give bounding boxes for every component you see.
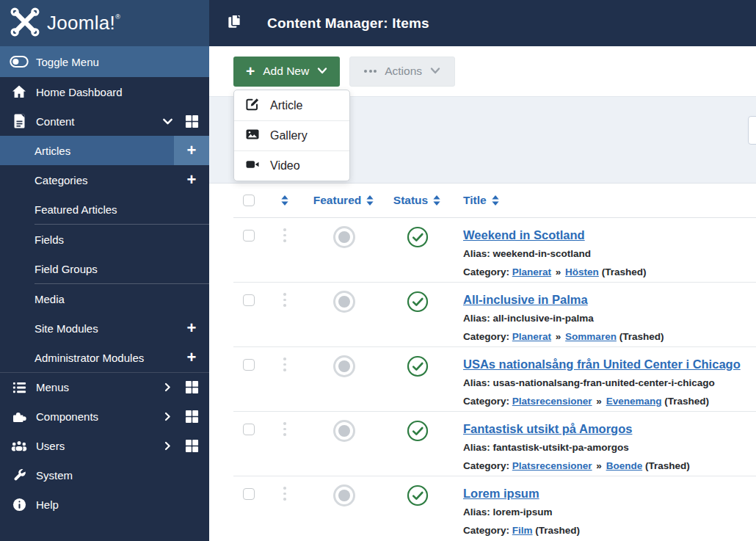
sidebar-item-label: Menus xyxy=(36,381,155,393)
content-dashboard-grid-icon[interactable] xyxy=(184,115,199,128)
sidebar-item-featured-articles[interactable]: Featured Articles xyxy=(0,195,209,224)
sidebar-item-help[interactable]: Help xyxy=(0,490,209,519)
row-checkbox[interactable] xyxy=(243,488,255,500)
sidebar-item-users[interactable]: Users xyxy=(0,431,209,460)
add-article-plus-button[interactable]: + xyxy=(174,136,209,165)
trashed-label: (Trashed) xyxy=(645,460,690,471)
select-all-checkbox[interactable] xyxy=(243,195,255,206)
sidebar-item-label: Home Dashboard xyxy=(36,86,199,98)
add-plus-icon: + xyxy=(246,63,255,79)
column-header-ordering[interactable] xyxy=(264,195,305,206)
unfeatured-toggle-icon[interactable] xyxy=(333,484,355,506)
category-child-link[interactable]: Hösten xyxy=(565,266,599,277)
table-row: All-inclusive in Palma Alias: all-inclus… xyxy=(233,283,756,347)
article-alias: Alias: usas-nationalsang-fran-united-cen… xyxy=(463,376,749,391)
menu-item-gallery[interactable]: Gallery xyxy=(234,120,349,150)
caret-down-icon xyxy=(430,65,440,78)
status-published-icon[interactable] xyxy=(382,412,452,476)
menus-list-icon xyxy=(10,381,29,394)
status-published-icon[interactable] xyxy=(382,347,452,411)
menu-item-label: Gallery xyxy=(270,129,308,142)
sidebar-nav: Toggle Menu Home Dashboard Content xyxy=(0,46,209,519)
menus-dashboard-grid-icon[interactable] xyxy=(184,380,199,394)
menu-item-video[interactable]: Video xyxy=(234,150,349,181)
select-all-cell xyxy=(233,195,264,206)
filter-search-box xyxy=(748,116,756,145)
sidebar-item-site-modules[interactable]: Site Modules + xyxy=(0,313,209,343)
column-header-status[interactable]: Status xyxy=(382,194,452,207)
article-title-link[interactable]: Weekend in Scotland xyxy=(463,228,585,243)
add-admin-module-plus-button[interactable]: + xyxy=(184,349,199,366)
row-checkbox[interactable] xyxy=(243,359,255,371)
column-header-title[interactable]: Title xyxy=(452,194,756,207)
category-parent-link[interactable]: Planerat xyxy=(512,331,551,342)
drag-handle-icon[interactable] xyxy=(264,347,305,411)
status-published-icon[interactable] xyxy=(382,218,452,282)
column-header-featured[interactable]: Featured xyxy=(305,194,382,207)
sidebar-item-toggle-menu[interactable]: Toggle Menu xyxy=(0,46,209,77)
drag-handle-icon[interactable] xyxy=(264,412,305,476)
drag-handle-icon[interactable] xyxy=(264,283,305,346)
add-category-plus-button[interactable]: + xyxy=(184,172,199,188)
article-title-link[interactable]: Lorem ipsum xyxy=(463,486,539,501)
sidebar-item-system[interactable]: System xyxy=(0,460,209,490)
ellipsis-icon xyxy=(364,70,377,73)
category-parent-link[interactable]: Platsrecensioner xyxy=(512,396,592,407)
joomla-logo[interactable]: Joomla!® xyxy=(0,0,209,46)
category-parent-link[interactable]: Platsrecensioner xyxy=(512,460,592,471)
menu-item-article[interactable]: Article xyxy=(234,90,349,120)
users-group-icon xyxy=(10,440,29,452)
article-category: Category: Planerat » Sommaren (Trashed) xyxy=(463,330,749,344)
search-input[interactable] xyxy=(749,117,756,144)
category-parent-link[interactable]: Film xyxy=(512,525,533,536)
category-parent-link[interactable]: Planerat xyxy=(512,266,551,277)
unfeatured-toggle-icon[interactable] xyxy=(333,226,355,248)
components-dashboard-grid-icon[interactable] xyxy=(184,410,199,424)
sidebar-item-content[interactable]: Content xyxy=(0,106,209,136)
add-new-button[interactable]: + Add New xyxy=(233,57,340,87)
sidebar-item-fields[interactable]: Fields xyxy=(0,225,209,254)
add-site-module-plus-button[interactable]: + xyxy=(184,320,199,336)
sidebar-item-field-groups[interactable]: Field Groups xyxy=(0,254,209,283)
unfeatured-toggle-icon[interactable] xyxy=(333,355,355,377)
status-published-icon[interactable] xyxy=(382,476,452,541)
joomla-wordmark: Joomla!® xyxy=(47,12,120,35)
article-title-link[interactable]: Fantastisk utsikt på Amorgos xyxy=(463,421,632,437)
sidebar: Joomla!® Toggle Menu Home Dashboard Cont… xyxy=(0,0,209,541)
sidebar-item-media[interactable]: Media xyxy=(0,284,209,313)
sort-icon xyxy=(366,195,374,206)
page-title: Content Manager: Items xyxy=(267,15,429,32)
sidebar-item-menus[interactable]: Menus xyxy=(0,372,209,402)
add-new-dropdown-menu: Article Gallery Video xyxy=(233,90,350,181)
sidebar-item-label: Toggle Menu xyxy=(36,56,199,68)
users-dashboard-grid-icon[interactable] xyxy=(184,439,199,453)
row-checkbox[interactable] xyxy=(243,424,255,435)
category-child-link[interactable]: Evenemang xyxy=(606,396,662,407)
drag-handle-icon[interactable] xyxy=(264,218,305,282)
sidebar-item-label: Articles xyxy=(34,145,168,157)
unfeatured-toggle-icon[interactable] xyxy=(333,291,355,313)
drag-handle-icon[interactable] xyxy=(264,476,305,541)
unfeatured-toggle-icon[interactable] xyxy=(333,420,355,442)
sidebar-item-categories[interactable]: Categories + xyxy=(0,165,209,195)
sidebar-item-components[interactable]: Components xyxy=(0,402,209,431)
sidebar-item-label: Help xyxy=(36,498,199,511)
actions-label: Actions xyxy=(385,65,422,78)
system-wrench-icon xyxy=(10,468,29,482)
row-checkbox[interactable] xyxy=(243,294,255,306)
row-checkbox[interactable] xyxy=(243,230,255,242)
actions-button[interactable]: Actions xyxy=(349,57,455,87)
category-child-link[interactable]: Boende xyxy=(606,460,643,471)
sidebar-item-administrator-modules[interactable]: Administrator Modules + xyxy=(0,343,209,372)
category-child-link[interactable]: Sommaren xyxy=(565,331,617,342)
app-root: Joomla!® Toggle Menu Home Dashboard Cont… xyxy=(0,0,756,541)
trashed-label: (Trashed) xyxy=(602,266,647,277)
components-puzzle-icon xyxy=(10,410,29,424)
article-title-link[interactable]: All-inclusive in Palma xyxy=(463,292,588,308)
sidebar-item-home-dashboard[interactable]: Home Dashboard xyxy=(0,77,209,106)
toolbar: + Add New Actions Article xyxy=(209,46,756,96)
sidebar-item-articles[interactable]: Articles + xyxy=(0,136,209,165)
article-title-link[interactable]: USAs nationalsång från United Center i C… xyxy=(463,357,741,372)
status-published-icon[interactable] xyxy=(382,283,452,346)
sort-icon xyxy=(491,195,500,206)
